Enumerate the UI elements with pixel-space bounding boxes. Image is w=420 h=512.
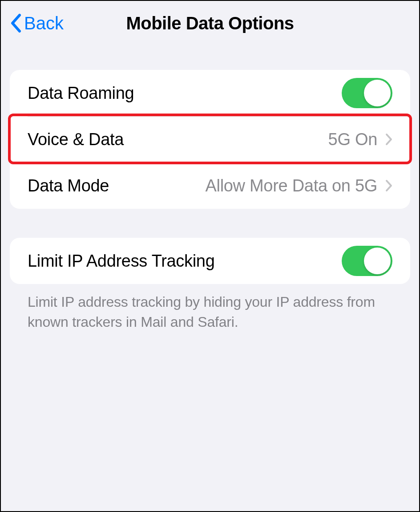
navigation-header: Back Mobile Data Options xyxy=(1,1,419,45)
data-roaming-toggle[interactable] xyxy=(342,78,392,108)
data-mode-label: Data Mode xyxy=(28,176,109,195)
limit-ip-footer: Limit IP address tracking by hiding your… xyxy=(10,284,410,332)
data-mode-right: Allow More Data on 5G xyxy=(205,176,392,195)
limit-ip-toggle[interactable] xyxy=(342,246,392,276)
voice-data-row[interactable]: Voice & Data 5G On xyxy=(10,116,410,163)
data-mode-row[interactable]: Data Mode Allow More Data on 5G xyxy=(10,163,410,209)
voice-data-right: 5G On xyxy=(328,130,392,149)
content-area: Data Roaming Voice & Data 5G On Data Mod… xyxy=(1,45,419,332)
voice-data-label: Voice & Data xyxy=(28,130,124,149)
data-roaming-label: Data Roaming xyxy=(28,84,134,103)
data-mode-value: Allow More Data on 5G xyxy=(205,176,377,195)
toggle-knob xyxy=(364,248,391,274)
settings-group-2: Limit IP Address Tracking xyxy=(10,238,410,284)
back-label: Back xyxy=(24,13,64,33)
back-button[interactable]: Back xyxy=(10,13,64,33)
limit-ip-label: Limit IP Address Tracking xyxy=(28,252,215,271)
limit-ip-row[interactable]: Limit IP Address Tracking xyxy=(10,238,410,284)
data-roaming-row[interactable]: Data Roaming xyxy=(10,70,410,116)
toggle-knob xyxy=(364,80,391,106)
page-title: Mobile Data Options xyxy=(1,13,419,33)
chevron-left-icon xyxy=(10,13,21,33)
settings-group-1: Data Roaming Voice & Data 5G On Data Mod… xyxy=(10,70,410,209)
chevron-right-icon xyxy=(385,133,392,146)
voice-data-value: 5G On xyxy=(328,130,377,149)
chevron-right-icon xyxy=(385,179,392,192)
